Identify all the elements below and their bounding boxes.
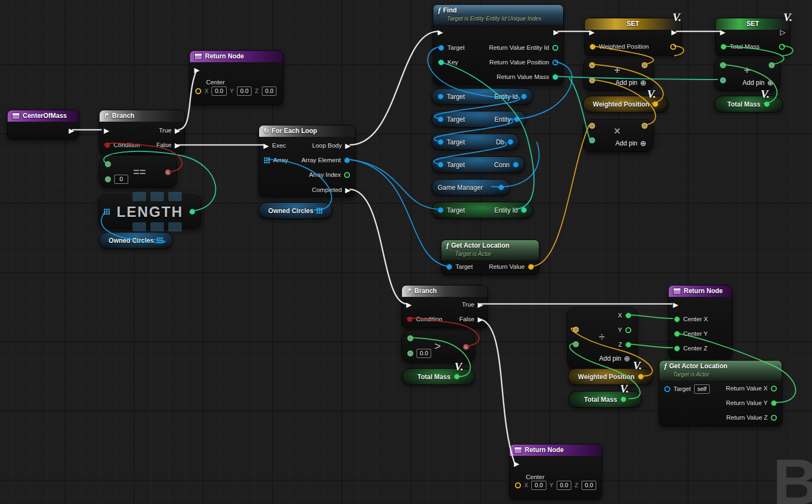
completed-exec-pin[interactable]: [345, 187, 351, 194]
false-exec-pin[interactable]: [478, 316, 483, 323]
add-pin-button[interactable]: Add pin: [616, 78, 646, 87]
equals-output-pin[interactable]: [165, 169, 171, 175]
node-for-each-loop[interactable]: ↻ For Each Loop Exec Loop Body Array Arr…: [259, 125, 355, 197]
center-x-input[interactable]: 0.0: [531, 481, 546, 490]
exec-in-pin[interactable]: [514, 460, 519, 467]
false-exec-pin[interactable]: [175, 142, 180, 149]
array-output-pin[interactable]: [157, 237, 163, 243]
node-set-weighted-position[interactable]: SET Weighted Position: [584, 18, 682, 56]
weighted-position-out-pin[interactable]: [670, 44, 676, 50]
target-pin[interactable]: [438, 45, 444, 51]
exec-in-pin[interactable]: [589, 29, 595, 36]
node-pure-game-manager[interactable]: Game Manager: [432, 179, 510, 196]
array-input-pin[interactable]: [264, 157, 270, 163]
node-greater[interactable]: 0.0 >: [401, 330, 475, 363]
center-y-pin[interactable]: [674, 331, 680, 337]
getter-total-mass-left[interactable]: Total Mass: [402, 368, 475, 385]
array-output-pin[interactable]: [316, 208, 322, 214]
entity-out-pin[interactable]: [514, 116, 520, 122]
node-center-of-mass[interactable]: CenterOfMass: [7, 110, 79, 140]
equals-input-b-pin[interactable]: [105, 176, 111, 182]
node-branch-bottom[interactable]: ↱ Branch True Condition False: [401, 285, 488, 328]
return-value-mass-pin[interactable]: [552, 74, 558, 80]
equals-value-input[interactable]: 0: [114, 175, 128, 184]
add-pin-button[interactable]: Add pin: [743, 78, 774, 87]
array-element-pin[interactable]: [344, 157, 350, 163]
node-divide[interactable]: ÷ X Y Z Add pin: [567, 307, 637, 369]
add-pin-button[interactable]: Add pin: [599, 354, 630, 363]
node-add-vector[interactable]: + Add pin: [583, 58, 653, 91]
add-input-a-pin[interactable]: [589, 62, 595, 68]
add-input-b-pin[interactable]: [720, 77, 726, 83]
exec-in-pin[interactable]: [438, 29, 443, 36]
total-mass-out-pin[interactable]: [620, 396, 626, 402]
target-pin[interactable]: [438, 207, 444, 213]
exec-in-pin[interactable]: [406, 301, 412, 308]
greater-value-input[interactable]: 0.0: [417, 349, 431, 358]
node-branch-top[interactable]: ↱ Branch True Condition False: [99, 110, 185, 155]
add-input-b-pin[interactable]: [589, 77, 595, 83]
node-return-right[interactable]: Return Node Center X Center Y Center Z: [668, 285, 732, 359]
multiply-input-b-pin[interactable]: [589, 137, 595, 143]
game-manager-out-pin[interactable]: [498, 184, 504, 190]
entity-id-out-pin[interactable]: [521, 207, 527, 213]
array-index-pin[interactable]: [344, 172, 350, 178]
total-mass-in-pin[interactable]: [721, 44, 727, 50]
divide-x-out-pin[interactable]: [625, 313, 631, 319]
center-z-pin[interactable]: [674, 346, 680, 352]
condition-pin[interactable]: [407, 316, 413, 322]
add-output-pin[interactable]: [769, 62, 775, 68]
center-y-input[interactable]: 0.0: [237, 87, 252, 96]
node-equals[interactable]: 0 ==: [99, 155, 177, 188]
add-output-pin[interactable]: [642, 62, 648, 68]
center-x-input[interactable]: 0.0: [212, 87, 226, 96]
weighted-position-out-pin[interactable]: [652, 101, 658, 107]
node-pure-entity-id[interactable]: Target Entity Id: [432, 88, 533, 105]
target-pin[interactable]: [438, 139, 444, 145]
greater-input-b-pin[interactable]: [407, 350, 413, 356]
blueprint-graph-canvas[interactable]: B CenterOfMass ↱ Branch True Condition F…: [0, 0, 812, 504]
getter-total-mass-mid[interactable]: Total Mass: [569, 391, 642, 408]
exec-out-pin[interactable]: [553, 29, 559, 36]
db-out-pin[interactable]: [507, 139, 513, 145]
return-value-x-pin[interactable]: [771, 386, 777, 392]
greater-output-pin[interactable]: [463, 344, 469, 350]
weighted-position-in-pin[interactable]: [590, 44, 596, 50]
exec-out-pin[interactable]: [780, 29, 785, 36]
center-vector-pin[interactable]: [195, 88, 201, 94]
node-add-float[interactable]: + Add pin: [714, 58, 781, 91]
array-input-pin[interactable]: [104, 209, 110, 215]
exec-in-pin[interactable]: [104, 127, 109, 134]
exec-out-pin[interactable]: [69, 127, 74, 134]
node-get-actor-location-mid[interactable]: ƒ Get Actor Location Target is Actor Tar…: [441, 240, 539, 275]
target-pin[interactable]: [438, 116, 444, 122]
node-length[interactable]: LENGTH: [98, 195, 201, 229]
condition-pin[interactable]: [104, 142, 110, 148]
entity-id-out-pin[interactable]: [521, 94, 527, 100]
return-value-pin[interactable]: [528, 264, 534, 270]
node-pure-db[interactable]: Target Db: [432, 134, 519, 150]
target-pin[interactable]: [438, 162, 444, 168]
target-self-input[interactable]: self: [694, 384, 710, 394]
node-pure-entity[interactable]: Target Entity: [432, 111, 526, 128]
multiply-output-pin[interactable]: [642, 123, 648, 129]
getter-owned-circles-loop[interactable]: Owned Circles: [259, 202, 332, 219]
center-vector-pin[interactable]: [515, 482, 521, 488]
node-pure-conn[interactable]: Target Conn: [432, 156, 525, 173]
center-z-input[interactable]: 0.0: [582, 481, 596, 490]
node-return-top[interactable]: Return Node Center X 0.0 Y 0.0 Z 0.0: [189, 50, 283, 105]
return-value-y-pin[interactable]: [771, 400, 777, 406]
true-exec-pin[interactable]: [478, 301, 483, 308]
target-pin[interactable]: [446, 264, 452, 270]
node-get-actor-location-right[interactable]: ƒ Get Actor Location Target is Actor Tar…: [659, 360, 782, 426]
total-mass-out-pin[interactable]: [764, 101, 770, 107]
node-pure-entity-id-green[interactable]: Target Entity Id: [432, 202, 533, 218]
center-z-input[interactable]: 0.0: [262, 87, 276, 96]
exec-in-pin[interactable]: [263, 142, 269, 149]
getter-owned-circles-left[interactable]: Owned Circles: [99, 232, 173, 249]
return-value-position-pin[interactable]: [552, 59, 558, 65]
exec-in-pin[interactable]: [194, 67, 200, 74]
node-set-total-mass[interactable]: SET Total Mass: [715, 18, 790, 56]
divide-y-out-pin[interactable]: [625, 327, 631, 333]
greater-input-a-pin[interactable]: [407, 335, 413, 341]
